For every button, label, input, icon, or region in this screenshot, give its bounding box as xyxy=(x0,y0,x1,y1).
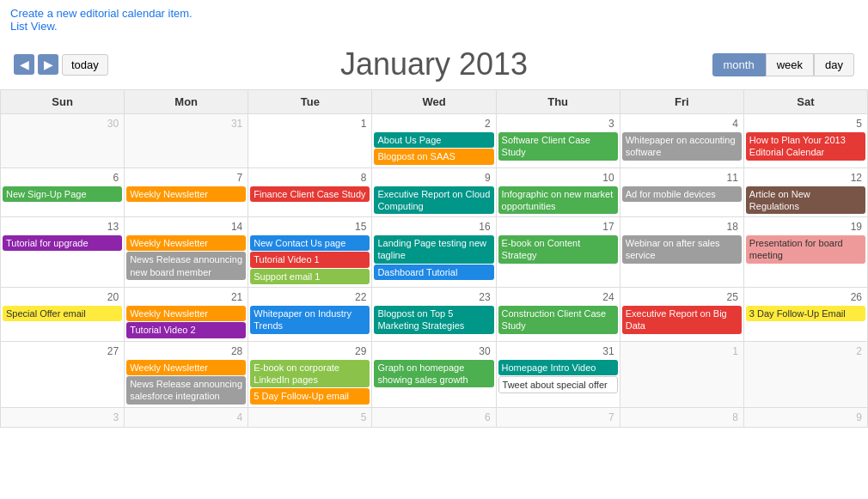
calendar-cell[interactable]: 18Webinar on after sales service xyxy=(620,217,743,288)
day-number: 18 xyxy=(622,219,742,234)
day-number: 30 xyxy=(374,344,493,359)
calendar-cell[interactable]: 13Tutorial for upgrade xyxy=(1,217,125,288)
calendar-event[interactable]: About Us Page xyxy=(374,132,493,148)
calendar-event[interactable]: Article on New Regulations xyxy=(746,186,865,215)
today-button[interactable]: today xyxy=(62,54,108,76)
calendar-cell[interactable]: 6New Sign-Up Page xyxy=(1,167,125,217)
calendar-event[interactable]: News Release announcing salesforce integ… xyxy=(126,376,246,405)
list-view-link[interactable]: List View. xyxy=(10,20,58,33)
calendar-cell[interactable]: 21Weekly NewsletterTutorial Video 2 xyxy=(125,288,248,342)
calendar-cell[interactable]: 16Landing Page testing new taglineDashbo… xyxy=(372,217,496,288)
calendar-cell[interactable]: 31Homepage Intro VideoTweet about specia… xyxy=(496,341,620,407)
calendar-cell[interactable]: 20Special Offer email xyxy=(1,288,125,342)
calendar-event[interactable]: News Release announcing new board member xyxy=(126,252,246,280)
month-view-button[interactable]: month xyxy=(712,53,766,76)
calendar-cell[interactable]: 8 xyxy=(620,407,743,427)
day-number: 6 xyxy=(3,170,122,186)
calendar-cell[interactable]: 7 xyxy=(496,407,620,427)
calendar-event[interactable]: Software Client Case Study xyxy=(498,132,618,161)
calendar-table: SunMonTueWedThuFriSat 303112About Us Pag… xyxy=(0,89,868,428)
calendar-event[interactable]: E-book on corporate LinkedIn pages xyxy=(250,360,370,388)
calendar-cell[interactable]: 30Graph on homepage showing sales growth xyxy=(372,341,496,407)
calendar-cell[interactable]: 2 xyxy=(743,341,867,407)
calendar-event[interactable]: New Sign-Up Page xyxy=(3,186,122,202)
calendar-event[interactable]: How to Plan Your 2013 Editorial Calendar xyxy=(746,132,865,161)
calendar-cell[interactable]: 263 Day Follow-Up Email xyxy=(743,288,867,342)
calendar-cell[interactable]: 10Infographic on new market opportunitie… xyxy=(496,167,620,217)
calendar-cell[interactable]: 6 xyxy=(372,407,496,427)
calendar-event[interactable]: Landing Page testing new tagline xyxy=(374,235,493,264)
calendar-event[interactable]: Construction Client Case Study xyxy=(498,306,618,334)
calendar-event[interactable]: 3 Day Follow-Up Email xyxy=(746,306,865,321)
calendar-event[interactable]: Tutorial Video 1 xyxy=(250,252,370,267)
calendar-cell[interactable]: 22Whitepaper on Industry Trends xyxy=(248,288,372,342)
calendar-cell[interactable]: 27 xyxy=(1,341,125,407)
calendar-event[interactable]: Special Offer email xyxy=(3,306,122,321)
calendar-cell[interactable]: 19Presentation for board meeting xyxy=(743,217,867,288)
calendar-cell[interactable]: 5How to Plan Your 2013 Editorial Calenda… xyxy=(743,114,867,168)
calendar-event[interactable]: Whitepaper on Industry Trends xyxy=(250,306,370,334)
calendar-cell[interactable]: 11Ad for mobile devices xyxy=(620,167,743,217)
calendar-event[interactable]: Weekly Newsletter xyxy=(126,360,246,375)
calendar-cell[interactable]: 12Article on New Regulations xyxy=(743,167,867,217)
calendar-event[interactable]: Presentation for board meeting xyxy=(746,235,865,264)
calendar-week-5: 3456789 xyxy=(1,407,868,427)
calendar-event[interactable]: Tutorial for upgrade xyxy=(3,235,122,251)
calendar-cell[interactable]: 14Weekly NewsletterNews Release announci… xyxy=(125,217,248,288)
calendar-event[interactable]: 5 Day Follow-Up email xyxy=(250,388,370,404)
calendar-cell[interactable]: 9 xyxy=(743,407,867,427)
calendar-cell[interactable]: 15New Contact Us pageTutorial Video 1Sup… xyxy=(248,217,372,288)
day-number: 3 xyxy=(3,410,122,425)
day-number: 5 xyxy=(250,410,370,425)
calendar-event[interactable]: Blogpost on Top 5 Marketing Strategies xyxy=(374,306,493,334)
calendar-event[interactable]: Support email 1 xyxy=(250,269,370,284)
calendar-cell[interactable]: 25Executive Report on Big Data xyxy=(620,288,743,342)
calendar-event[interactable]: Tutorial Video 2 xyxy=(126,322,246,338)
calendar-week-2: 13Tutorial for upgrade14Weekly Newslette… xyxy=(1,217,868,288)
calendar-event[interactable]: Blogpost on SAAS xyxy=(374,149,493,164)
calendar-event[interactable]: Ad for mobile devices xyxy=(622,186,742,202)
week-view-button[interactable]: week xyxy=(766,53,814,76)
calendar-event[interactable]: New Contact Us page xyxy=(250,235,370,251)
calendar-cell[interactable]: 30 xyxy=(1,114,125,168)
day-number: 3 xyxy=(498,116,618,131)
day-view-button[interactable]: day xyxy=(814,53,854,76)
calendar-event[interactable]: Graph on homepage showing sales growth xyxy=(374,360,493,388)
calendar-event[interactable]: Homepage Intro Video xyxy=(498,360,618,375)
day-number: 15 xyxy=(250,219,370,234)
next-button[interactable]: ▶ xyxy=(38,54,58,75)
calendar-cell[interactable]: 17E-book on Content Strategy xyxy=(496,217,620,288)
create-link[interactable]: Create a new editorial calendar item. xyxy=(10,7,193,20)
calendar-cell[interactable]: 3 xyxy=(1,407,125,427)
calendar-cell[interactable]: 4Whitepaper on accounting software xyxy=(620,114,743,168)
calendar-cell[interactable]: 9Executive Report on Cloud Computing xyxy=(372,167,496,217)
day-number: 26 xyxy=(746,289,865,305)
calendar-event[interactable]: Weekly Newsletter xyxy=(126,306,246,321)
calendar-cell[interactable]: 8Finance Client Case Study xyxy=(248,167,372,217)
calendar-cell[interactable]: 4 xyxy=(125,407,248,427)
calendar-event[interactable]: Infographic on new market opportunities xyxy=(498,186,618,215)
calendar-cell[interactable]: 7Weekly Newsletter xyxy=(125,167,248,217)
calendar-cell[interactable]: 3Software Client Case Study xyxy=(496,114,620,168)
calendar-event[interactable]: Whitepaper on accounting software xyxy=(622,132,742,161)
calendar-event[interactable]: Weekly Newsletter xyxy=(126,235,246,251)
calendar-event[interactable]: E-book on Content Strategy xyxy=(498,235,618,264)
calendar-cell[interactable]: 24Construction Client Case Study xyxy=(496,288,620,342)
weekday-header-thu: Thu xyxy=(496,90,620,114)
calendar-event[interactable]: Dashboard Tutorial xyxy=(374,265,493,280)
calendar-cell[interactable]: 5 xyxy=(248,407,372,427)
calendar-cell[interactable]: 1 xyxy=(248,114,372,168)
calendar-event[interactable]: Executive Report on Big Data xyxy=(622,306,742,334)
calendar-event[interactable]: Weekly Newsletter xyxy=(126,186,246,202)
calendar-cell[interactable]: 23Blogpost on Top 5 Marketing Strategies xyxy=(372,288,496,342)
calendar-event[interactable]: Executive Report on Cloud Computing xyxy=(374,186,493,215)
calendar-cell[interactable]: 31 xyxy=(125,114,248,168)
calendar-event[interactable]: Finance Client Case Study xyxy=(250,186,370,202)
calendar-cell[interactable]: 2About Us PageBlogpost on SAAS xyxy=(372,114,496,168)
prev-button[interactable]: ◀ xyxy=(14,54,34,75)
calendar-cell[interactable]: 28Weekly NewsletterNews Release announci… xyxy=(125,341,248,407)
calendar-event[interactable]: Tweet about special offer xyxy=(498,376,618,393)
calendar-event[interactable]: Webinar on after sales service xyxy=(622,235,742,264)
calendar-cell[interactable]: 1 xyxy=(620,341,743,407)
calendar-cell[interactable]: 29E-book on corporate LinkedIn pages5 Da… xyxy=(248,341,372,407)
